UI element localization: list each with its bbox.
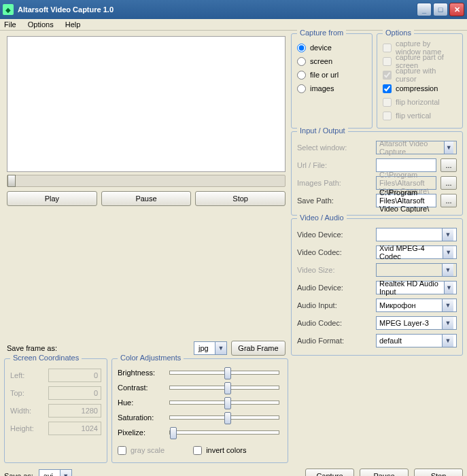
check-flip-h: flip horizontal [383, 97, 457, 107]
coord-width: 1280 [48, 404, 101, 418]
menu-help[interactable]: Help [65, 20, 81, 29]
capture-button[interactable]: Capture [305, 469, 354, 476]
contrast-slider[interactable] [169, 386, 279, 390]
save-path-input[interactable]: C:\Program Files\Altarsoft Video Capture… [376, 194, 436, 207]
check-flip-v: flip vertical [383, 110, 457, 121]
maximize-button[interactable]: □ [433, 3, 448, 16]
chevron-down-icon: ▼ [444, 282, 453, 294]
radio-device[interactable]: device [297, 42, 366, 53]
url-file-label: Url / File: [297, 161, 372, 169]
capture-from-group: Capture from device screen file or url i… [291, 33, 373, 129]
chevron-down-icon: ▼ [60, 470, 71, 476]
input-output-group: Input / Output Select window:Altarsoft V… [291, 131, 463, 216]
chevron-down-icon: ▼ [442, 264, 453, 276]
grab-frame-button[interactable]: Grab Frame [231, 341, 286, 356]
screen-coords-group: Screen Coordinates Left:0 Top:0 Width:12… [4, 358, 107, 463]
play-button[interactable]: Play [7, 191, 97, 206]
stop-button[interactable]: Stop [195, 191, 286, 206]
save-path-browse[interactable]: ... [440, 194, 457, 207]
coord-height: 1024 [48, 422, 101, 435]
capture-from-legend: Capture from [297, 29, 346, 37]
select-window-dropdown: Altarsoft Video Capture▼ [376, 141, 457, 154]
pause-button[interactable]: Pause [101, 191, 192, 206]
pixelize-slider[interactable] [169, 430, 279, 435]
url-file-browse[interactable]: ... [440, 158, 457, 172]
color-adjustments-group: Color Adjustments Brightness: Contrast: … [111, 358, 288, 463]
radio-images[interactable]: images [297, 83, 366, 94]
chevron-down-icon: ▼ [442, 228, 453, 241]
check-by-window: capture by window name [383, 42, 457, 53]
url-file-input[interactable] [376, 158, 436, 172]
chevron-down-icon: ▼ [215, 342, 226, 354]
chevron-down-icon: ▼ [442, 317, 453, 329]
menu-options[interactable]: Options [28, 20, 54, 29]
video-size-dropdown: ▼ [376, 263, 457, 277]
save-frame-label: Save frame as: [7, 344, 57, 352]
chevron-down-icon: ▼ [442, 335, 453, 347]
pause-capture-button[interactable]: Pause [360, 469, 409, 476]
check-compression[interactable]: compression [383, 83, 457, 94]
check-cursor: capture with cursor [383, 69, 457, 80]
chevron-down-icon: ▼ [443, 246, 453, 258]
audio-device-dropdown[interactable]: Realtek HD Audio Input▼ [376, 281, 457, 294]
brightness-slider[interactable] [169, 371, 279, 375]
save-as-format[interactable]: avi▼ [39, 469, 72, 476]
radio-screen[interactable]: screen [297, 56, 366, 67]
saturation-slider[interactable] [169, 415, 279, 420]
va-legend: Video / Audio [297, 214, 347, 222]
video-codec-dropdown[interactable]: Xvid MPEG-4 Codec▼ [376, 245, 457, 259]
stop-capture-button[interactable]: Stop [414, 469, 463, 476]
io-legend: Input / Output [297, 126, 348, 135]
audio-format-dropdown[interactable]: default▼ [376, 334, 457, 347]
chevron-down-icon: ▼ [442, 299, 453, 311]
check-invert-colors[interactable]: invert colors [193, 445, 246, 456]
check-part-screen: capture part of screen [383, 56, 457, 67]
sc-legend: Screen Coordinates [10, 354, 82, 362]
coord-left: 0 [48, 369, 101, 382]
video-audio-group: Video / Audio Video Device:▼ Video Codec… [291, 218, 463, 356]
close-button[interactable]: ✕ [449, 3, 464, 16]
options-legend: Options [383, 29, 414, 37]
chevron-down-icon: ▼ [444, 141, 453, 154]
coord-top: 0 [48, 386, 101, 400]
audio-input-dropdown[interactable]: Микрофон▼ [376, 299, 457, 312]
titlebar: ◆ Altarsoft Video Capture 1.0 _ □ ✕ [0, 0, 467, 19]
preview-area [7, 36, 286, 172]
hue-slider[interactable] [169, 401, 279, 405]
video-device-dropdown[interactable]: ▼ [376, 228, 457, 241]
radio-file-or-url[interactable]: file or url [297, 69, 366, 80]
ca-legend: Color Adjustments [118, 354, 184, 362]
app-icon: ◆ [3, 4, 14, 15]
save-path-label: Save Path: [297, 197, 372, 205]
save-as-label: Save as: [4, 472, 33, 476]
select-window-label: Select window: [297, 143, 372, 152]
audio-codec-dropdown[interactable]: MPEG Layer-3▼ [376, 316, 457, 330]
options-group: Options capture by window name capture p… [377, 33, 463, 129]
images-path-browse[interactable]: ... [440, 176, 457, 190]
save-frame-format[interactable]: jpg▼ [194, 341, 227, 355]
images-path-label: Images Path: [297, 179, 372, 187]
seek-slider[interactable] [7, 175, 286, 187]
check-gray-scale[interactable]: gray scale [118, 445, 165, 456]
menu-file[interactable]: File [4, 20, 16, 29]
minimize-button[interactable]: _ [417, 3, 432, 16]
images-path-input: C:\Program Files\Altarsoft Video Capture… [376, 176, 436, 190]
window-title: Altarsoft Video Capture 1.0 [18, 5, 415, 14]
